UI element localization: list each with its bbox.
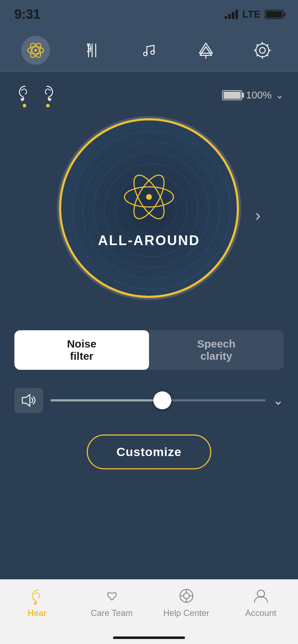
home-indicator bbox=[113, 636, 185, 639]
nav-settings[interactable] bbox=[248, 36, 277, 65]
restaurant-nav-icon bbox=[83, 41, 101, 60]
account-nav-label: Account bbox=[245, 608, 276, 618]
volume-slider[interactable] bbox=[50, 390, 266, 411]
nav-restaurant[interactable] bbox=[78, 36, 107, 65]
volume-icon bbox=[21, 393, 37, 408]
right-device-dot bbox=[46, 104, 50, 107]
customize-button[interactable]: Customize bbox=[87, 434, 212, 469]
toggle-container: Noise filter Speech clarity bbox=[14, 330, 284, 370]
hear-nav-label: Hear bbox=[28, 608, 47, 618]
main-content: 100% ⌄ ALL-AROUND › bbox=[0, 72, 298, 579]
volume-expand-chevron[interactable]: ⌄ bbox=[273, 393, 284, 408]
left-hearing-aid bbox=[14, 83, 34, 107]
left-hearing-aid-icon bbox=[14, 83, 34, 102]
music-nav-icon bbox=[140, 41, 158, 60]
atom-nav-icon bbox=[26, 41, 45, 60]
bottom-nav-account[interactable]: Account bbox=[236, 586, 286, 618]
svg-line-20 bbox=[267, 55, 268, 56]
slider-thumb[interactable] bbox=[153, 391, 171, 409]
svg-line-19 bbox=[257, 45, 258, 46]
care-team-nav-icon bbox=[103, 586, 121, 605]
slider-track bbox=[50, 399, 266, 401]
svg-marker-10 bbox=[199, 43, 212, 53]
nav-all-around[interactable] bbox=[21, 36, 50, 65]
right-hearing-aid bbox=[38, 83, 58, 107]
bottom-nav-help-center[interactable]: Help Center bbox=[161, 586, 212, 618]
care-team-nav-label: Care Team bbox=[91, 608, 133, 618]
device-header: 100% ⌄ bbox=[14, 83, 284, 107]
hear-nav-icon bbox=[28, 586, 47, 605]
volume-icon-button[interactable] bbox=[14, 388, 43, 413]
circle-display-wrapper: ALL-AROUND › bbox=[59, 118, 239, 312]
svg-point-3 bbox=[34, 49, 37, 51]
status-right: LTE bbox=[225, 9, 284, 20]
svg-line-21 bbox=[267, 45, 268, 46]
lte-label: LTE bbox=[242, 9, 261, 20]
bottom-nav: Hear Care Team Help Center bbox=[0, 579, 298, 644]
battery-percent-label: 100% bbox=[246, 89, 272, 101]
status-time: 9:31 bbox=[14, 7, 40, 22]
battery-full-icon bbox=[222, 90, 242, 100]
volume-row: ⌄ bbox=[14, 388, 284, 413]
bottom-nav-wrapper: Hear Care Team Help Center bbox=[0, 579, 298, 644]
battery-status[interactable]: 100% ⌄ bbox=[222, 89, 284, 101]
bottom-nav-hear[interactable]: Hear bbox=[12, 586, 63, 618]
svg-point-34 bbox=[146, 194, 152, 200]
atom-logo bbox=[120, 168, 178, 226]
status-bar: 9:31 LTE bbox=[0, 0, 298, 29]
svg-line-22 bbox=[257, 55, 258, 56]
speech-clarity-tab[interactable]: Speech clarity bbox=[149, 330, 284, 370]
svg-point-38 bbox=[184, 593, 189, 599]
device-icons bbox=[14, 83, 58, 107]
signal-bars bbox=[225, 10, 238, 19]
left-device-dot bbox=[23, 104, 26, 107]
nav-outdoor[interactable] bbox=[191, 36, 220, 65]
svg-marker-11 bbox=[200, 47, 212, 55]
settings-nav-icon bbox=[253, 41, 272, 60]
svg-point-13 bbox=[259, 47, 265, 53]
help-center-nav-icon bbox=[177, 586, 196, 605]
nav-music[interactable] bbox=[135, 36, 163, 65]
noise-filter-tab[interactable]: Noise filter bbox=[14, 330, 149, 370]
battery-chevron-icon[interactable]: ⌄ bbox=[275, 89, 284, 101]
outdoor-nav-icon bbox=[197, 41, 215, 60]
circle-display[interactable]: ALL-AROUND bbox=[59, 118, 239, 298]
top-nav bbox=[0, 29, 298, 72]
slider-fill bbox=[50, 399, 162, 401]
battery-icon bbox=[265, 10, 284, 19]
mode-label: ALL-AROUND bbox=[98, 233, 200, 248]
account-nav-icon bbox=[252, 586, 270, 605]
help-center-nav-label: Help Center bbox=[163, 608, 209, 618]
next-mode-arrow[interactable]: › bbox=[255, 206, 261, 224]
right-hearing-aid-icon bbox=[38, 83, 58, 102]
bottom-nav-care-team[interactable]: Care Team bbox=[87, 586, 137, 618]
svg-marker-35 bbox=[22, 395, 30, 406]
